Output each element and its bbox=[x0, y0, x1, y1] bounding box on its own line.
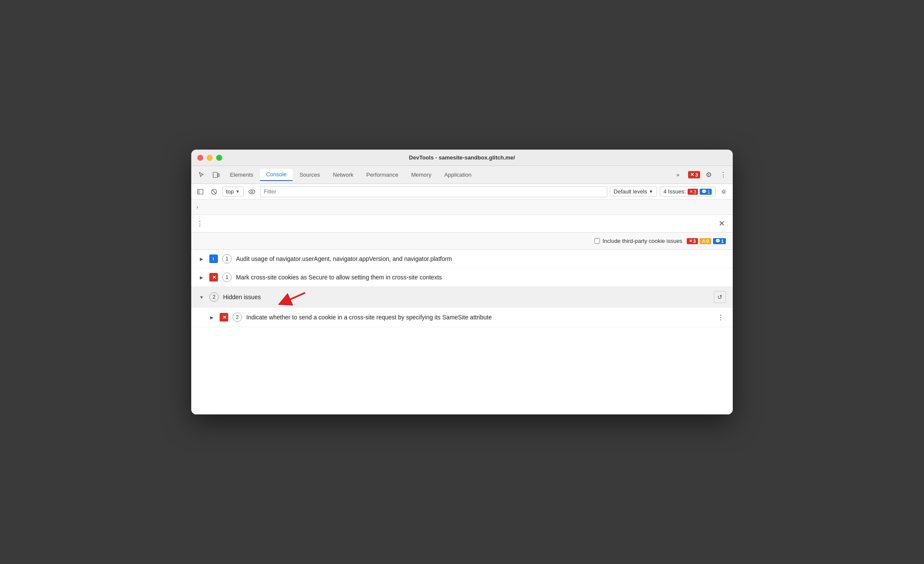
maximize-button[interactable] bbox=[216, 155, 222, 161]
issue-row-indicate-cookie[interactable]: ▶ ✕ 2 Indicate whether to send a cookie … bbox=[191, 308, 733, 327]
svg-rect-2 bbox=[198, 189, 203, 194]
include-third-party-label[interactable]: Include third-party cookie issues bbox=[594, 238, 682, 244]
tab-elements[interactable]: Elements bbox=[224, 169, 259, 181]
issue-row-audit-navigator[interactable]: ▶ i 1 Audit usage of navigator.userAgent… bbox=[191, 250, 733, 268]
settings-button[interactable]: ⚙ bbox=[703, 169, 715, 181]
console-toolbar: top ▼ Default levels ▼ 4 Issues: ✕ 3 💬 1 bbox=[191, 184, 733, 199]
info-icon: i bbox=[209, 254, 218, 263]
chevron-down-icon: ▼ bbox=[236, 189, 240, 194]
svg-text:✕: ✕ bbox=[223, 315, 226, 320]
svg-rect-0 bbox=[213, 172, 217, 178]
more-options-button[interactable]: ⋮ bbox=[717, 169, 729, 181]
red-count-badge: ✕ 3 bbox=[687, 238, 698, 244]
expand-button[interactable]: ▶ bbox=[198, 255, 205, 262]
context-selector[interactable]: top ▼ bbox=[222, 187, 244, 196]
info-count-badge: 💬 1 bbox=[700, 189, 712, 195]
sidebar-toggle-button[interactable] bbox=[195, 186, 206, 197]
svg-text:✕: ✕ bbox=[212, 275, 216, 280]
error-icon: ✕ bbox=[220, 313, 228, 322]
issue-count: 1 bbox=[222, 273, 232, 282]
eye-button[interactable] bbox=[246, 186, 257, 197]
include-third-party-checkbox[interactable] bbox=[594, 238, 600, 244]
expand-button[interactable]: ▶ bbox=[198, 274, 205, 281]
tab-sources[interactable]: Sources bbox=[294, 169, 326, 181]
levels-selector[interactable]: Default levels ▼ bbox=[610, 187, 657, 196]
issue-count: 1 bbox=[222, 254, 232, 264]
expand-button[interactable]: ▶ bbox=[208, 314, 215, 321]
hidden-group-label: Hidden issues bbox=[223, 294, 464, 300]
issues-toolbar: Include third-party cookie issues ✕ 3 ⚠ … bbox=[191, 233, 733, 250]
collapse-button[interactable]: ▼ bbox=[198, 294, 205, 300]
chevron-down-icon: ▼ bbox=[649, 189, 653, 194]
issue-more-button[interactable]: ⋮ bbox=[716, 312, 726, 322]
issue-row-mark-cookies[interactable]: ▶ ✕ 1 Mark cross-site cookies as Secure … bbox=[191, 268, 733, 287]
devtools-window: DevTools - samesite-sandbox.glitch.me/ E… bbox=[191, 150, 733, 414]
issues-count-badges: ✕ 3 ⚠ 0 💬 1 bbox=[687, 238, 726, 244]
issues-panel-bar: › bbox=[191, 199, 733, 215]
hidden-count: 2 bbox=[209, 292, 219, 302]
svg-line-14 bbox=[286, 293, 305, 301]
svg-rect-1 bbox=[218, 174, 219, 177]
more-options-icon[interactable]: ⋮ bbox=[196, 220, 207, 228]
svg-point-6 bbox=[249, 190, 255, 194]
svg-point-8 bbox=[723, 190, 725, 193]
error-count-badge: ✕ 3 bbox=[688, 189, 698, 195]
close-panel-button[interactable]: ✕ bbox=[716, 218, 728, 230]
traffic-lights bbox=[197, 155, 222, 161]
hidden-issues-group[interactable]: ▼ 2 Hidden issues ↺ bbox=[191, 287, 733, 308]
content-area: › ⋮ ✕ Include third-party cookie issues … bbox=[191, 199, 733, 414]
error-icon: ✕ bbox=[209, 273, 218, 282]
title-bar: DevTools - samesite-sandbox.glitch.me/ bbox=[191, 150, 733, 166]
yellow-count-badge: ⚠ 0 bbox=[700, 238, 711, 244]
tab-application[interactable]: Application bbox=[438, 169, 478, 181]
window-title: DevTools - samesite-sandbox.glitch.me/ bbox=[409, 154, 515, 161]
device-toolbar-button[interactable] bbox=[209, 169, 223, 181]
clear-console-button[interactable] bbox=[208, 186, 220, 197]
cursor-tool-button[interactable] bbox=[195, 169, 208, 181]
refresh-button[interactable]: ↺ bbox=[714, 291, 726, 303]
panel-options-row: ⋮ ✕ bbox=[191, 215, 733, 233]
tab-console[interactable]: Console bbox=[260, 169, 293, 181]
issue-text: Audit usage of navigator.userAgent, navi… bbox=[236, 255, 726, 262]
tab-performance[interactable]: Performance bbox=[360, 169, 404, 181]
tab-memory[interactable]: Memory bbox=[405, 169, 438, 181]
issue-text: Indicate whether to send a cookie in a c… bbox=[246, 314, 711, 321]
issue-text: Mark cross-site cookies as Secure to all… bbox=[236, 274, 726, 281]
tab-right-controls: » ✕ 3 ⚙ ⋮ bbox=[670, 169, 729, 181]
tab-bar: Elements Console Sources Network Perform… bbox=[191, 166, 733, 184]
close-button[interactable] bbox=[197, 155, 203, 161]
blue-count-badge: 💬 1 bbox=[713, 238, 726, 244]
filter-input[interactable] bbox=[260, 186, 607, 197]
minimize-button[interactable] bbox=[207, 155, 213, 161]
issue-count: 2 bbox=[233, 313, 242, 322]
tab-overflow[interactable]: » bbox=[670, 169, 685, 181]
issue-rows-container: ▶ i 1 Audit usage of navigator.userAgent… bbox=[191, 250, 733, 327]
svg-text:i: i bbox=[213, 257, 214, 261]
annotation-arrow bbox=[277, 286, 312, 308]
svg-line-5 bbox=[212, 190, 216, 193]
error-badge[interactable]: ✕ 3 bbox=[688, 171, 700, 178]
tab-network[interactable]: Network bbox=[327, 169, 360, 181]
issues-settings-button[interactable] bbox=[718, 186, 729, 197]
issues-badge[interactable]: 4 Issues: ✕ 3 💬 1 bbox=[660, 187, 716, 196]
chevron-right-icon[interactable]: › bbox=[196, 204, 198, 210]
svg-point-7 bbox=[251, 190, 253, 193]
